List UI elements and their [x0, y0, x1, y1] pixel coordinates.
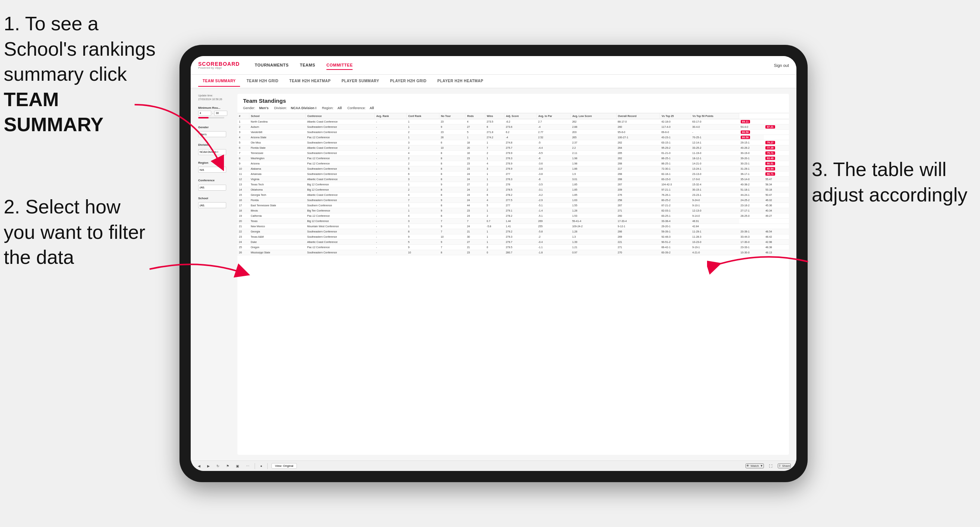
table-cell: 23 — [466, 161, 485, 166]
filter-school-select[interactable]: (All) — [198, 202, 226, 208]
table-cell: 271 — [616, 208, 660, 213]
toolbar-clock[interactable]: ● — [259, 464, 264, 469]
table-cell: Pac-12 Conference — [305, 135, 374, 140]
table-cell: 23 — [237, 234, 249, 240]
score-badge: 80.58 — [741, 136, 751, 139]
table-cell: 1 — [406, 124, 439, 130]
tab-team-h2h-heatmap[interactable]: TEAM H2H HEATMAP — [285, 76, 336, 87]
table-cell: 66-42-1 — [660, 245, 691, 250]
table-cell: 9-24-0 — [691, 198, 739, 203]
table-cell: 10 — [439, 145, 466, 151]
sign-out-button[interactable]: Sign out — [774, 63, 789, 68]
nav-tournaments[interactable]: TOURNAMENTS — [255, 61, 289, 70]
table-cell: Arkansas — [249, 171, 305, 177]
table-cell: -5 — [536, 140, 571, 145]
nav-committee[interactable]: COMMITTEE — [326, 61, 353, 70]
table-title: Team Standings — [243, 98, 783, 104]
table-cell: - — [375, 229, 406, 234]
table-cell: 279.2 — [504, 229, 537, 234]
table-cell: 30 — [466, 234, 485, 240]
toolbar-refresh[interactable]: ↻ — [215, 464, 221, 469]
score-badge: 63.49 — [765, 157, 775, 160]
table-row: 9ArizonaPac-12 Conference-28234276.9-3.6… — [237, 161, 789, 166]
table-cell: 7 — [466, 219, 485, 224]
table-cell: 3 — [485, 166, 504, 171]
table-row: 20TexasBig 12 Conference-3770.71.4426959… — [237, 219, 789, 224]
tab-team-summary[interactable]: TEAM SUMMARY — [198, 76, 240, 87]
table-cell: 8 — [439, 151, 466, 156]
table-row: 1North CarolinaAtlantic Coast Conference… — [237, 119, 789, 124]
table-cell: 1.9 — [571, 171, 616, 177]
table-row: 8WashingtonPac-12 Conference-28231276.3-… — [237, 156, 789, 161]
table-cell: 2 — [406, 161, 439, 166]
table-cell: 0.7 — [485, 219, 504, 224]
table-cell: - — [375, 151, 406, 156]
table-cell: 277 — [504, 203, 537, 208]
filter-conference-select[interactable]: (All) — [198, 185, 226, 190]
table-cell: Southeastern Conference — [305, 151, 374, 156]
table-cell: 276.3 — [504, 156, 537, 161]
table-cell: Southern Conference — [305, 203, 374, 208]
watch-button[interactable]: 👁 Watch ▼ — [746, 464, 764, 468]
table-cell: -4.2 — [536, 192, 571, 198]
table-cell: 1.55 — [571, 203, 616, 208]
toolbar-divider — [255, 463, 255, 469]
nav-teams[interactable]: TEAMS — [300, 61, 315, 70]
tab-player-h2h-heatmap[interactable]: PLAYER H2H HEATMAP — [433, 76, 488, 87]
table-cell: 8 — [237, 156, 249, 161]
table-cell: 1.41 — [504, 224, 537, 229]
tab-player-summary[interactable]: PLAYER SUMMARY — [337, 76, 383, 87]
table-cell: 44 — [466, 203, 485, 208]
table-cell: 95-6-0 — [616, 130, 660, 135]
toolbar-copy[interactable]: ▣ — [234, 464, 241, 469]
eye-icon: 👁 — [746, 464, 749, 468]
toolbar-more[interactable]: ⋯ — [245, 464, 251, 469]
table-cell: 1 — [406, 119, 439, 124]
table-row: 2AuburnSoutheastern Conference-19276273.… — [237, 124, 789, 130]
tab-team-h2h-grid[interactable]: TEAM H2H GRID — [242, 76, 283, 87]
table-cell: - — [375, 156, 406, 161]
table-cell: 7 — [439, 229, 466, 234]
table-cell: -2.9 — [536, 198, 571, 203]
table-cell: 15-32-4 — [691, 182, 739, 187]
table-cell: 24 — [466, 198, 485, 203]
table-cell: 268 — [616, 177, 660, 182]
table-cell: - — [375, 224, 406, 229]
toolbar-expand[interactable]: ⛶ — [768, 464, 774, 469]
table-cell: 21 — [237, 224, 249, 229]
table-cell: -1.8 — [536, 250, 571, 255]
table-cell: 258 — [616, 198, 660, 203]
table-cell: 8 — [439, 187, 466, 192]
table-cell: 14-21-0 — [691, 161, 739, 166]
chevron-down-icon: ▼ — [760, 464, 763, 468]
table-cell: 24 — [466, 187, 485, 192]
table-cell: 3 — [237, 130, 249, 135]
toolbar-bookmark[interactable]: ⚑ — [225, 464, 231, 469]
tab-player-h2h-grid[interactable]: PLAYER H2H GRID — [385, 76, 431, 87]
table-cell: 7 — [439, 219, 466, 224]
table-cell: 86-25-1 — [660, 156, 691, 161]
table-cell: 11 — [237, 171, 249, 177]
table-cell: 2.52 — [536, 135, 571, 140]
toolbar-back[interactable]: ◀ — [196, 464, 202, 469]
table-cell: 274.2 — [485, 135, 504, 140]
table-cell: 271 — [616, 245, 660, 250]
table-cell: - — [375, 166, 406, 171]
table-cell: 4 — [406, 192, 439, 198]
table-cell: 8 — [439, 203, 466, 208]
table-cell: 27-17-1 — [739, 208, 764, 213]
table-cell: Tennessee — [249, 151, 305, 156]
table-cell: 265 — [616, 151, 660, 156]
table-cell: - — [375, 119, 406, 124]
toolbar-forward[interactable]: ▶ — [206, 464, 211, 469]
view-original-button[interactable]: View: Original — [272, 463, 296, 469]
table-cell: 262 — [616, 156, 660, 161]
table-cell: 2.88 — [571, 124, 616, 130]
share-button[interactable]: ⇧ Share — [778, 464, 791, 468]
table-cell: 5 — [406, 166, 439, 171]
col-rank: # — [237, 113, 249, 119]
table-cell: 8 — [439, 166, 466, 171]
table-cell: 1 — [485, 208, 504, 213]
table-cell: 14 — [237, 187, 249, 192]
table-cell: 92-48-3 — [660, 234, 691, 240]
